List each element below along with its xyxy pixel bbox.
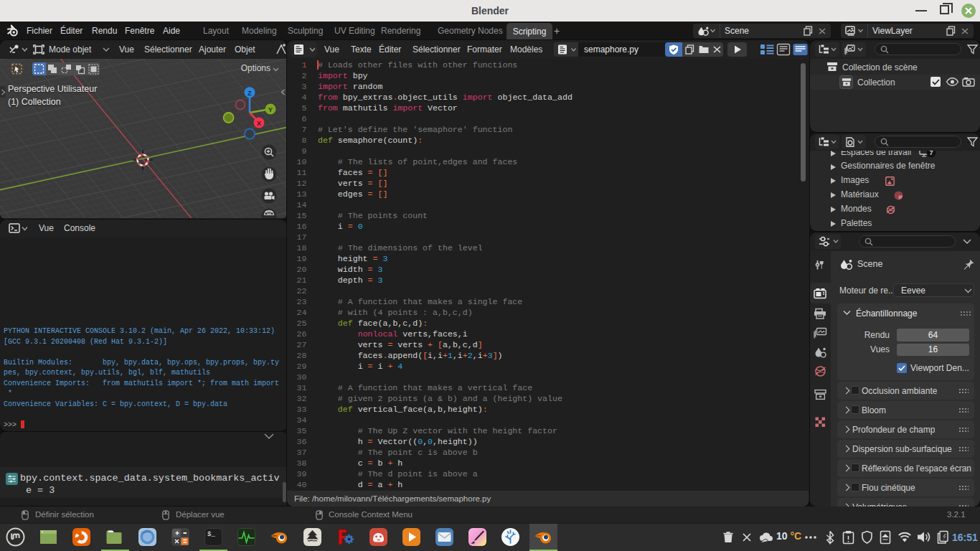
svg-text:$_: $_ xyxy=(207,531,215,538)
svg-text:Z: Z xyxy=(248,89,252,97)
svg-text:Y: Y xyxy=(268,105,273,113)
svg-text:X: X xyxy=(257,119,262,127)
